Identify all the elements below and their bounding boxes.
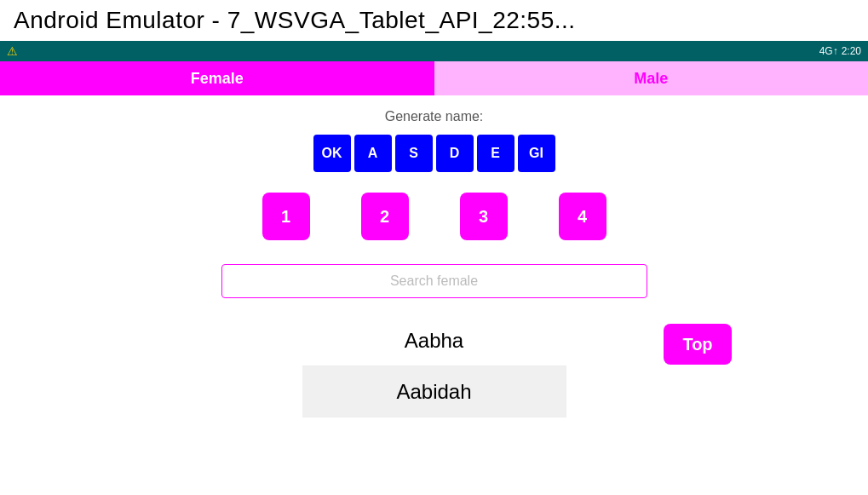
generate-label: Generate name: — [385, 109, 484, 124]
top-button[interactable]: Top — [664, 324, 732, 365]
letter-btn-s[interactable]: S — [395, 135, 433, 172]
list-item[interactable]: Aabidah — [302, 366, 566, 417]
number-btn-4[interactable]: 4 — [559, 193, 606, 240]
letter-buttons: OKASDEGI — [0, 135, 868, 172]
number-btn-3[interactable]: 3 — [460, 193, 508, 240]
window-title: Android Emulator - 7_WSVGA_Tablet_API_22… — [14, 7, 576, 33]
status-right: 4G↑ 2:20 — [819, 45, 861, 57]
search-input[interactable] — [221, 264, 647, 298]
letter-btn-e[interactable]: E — [477, 135, 514, 172]
number-buttons: 1234 — [0, 193, 868, 240]
list-item[interactable]: Aabha — [302, 315, 566, 366]
letter-btn-gi[interactable]: GI — [518, 135, 555, 172]
warning-icon: ⚠ — [7, 44, 18, 58]
name-list: AabhaAabidah — [302, 315, 566, 417]
letter-btn-a[interactable]: A — [354, 135, 392, 172]
main-content: Generate name: OKASDEGI 1234 AabhaAabida… — [0, 95, 868, 417]
list-area: AabhaAabidah Top — [0, 315, 868, 417]
title-bar: Android Emulator - 7_WSVGA_Tablet_API_22… — [0, 0, 868, 41]
letter-btn-ok[interactable]: OK — [313, 135, 351, 172]
number-btn-2[interactable]: 2 — [361, 193, 409, 240]
time-text: 2:20 — [842, 45, 861, 57]
search-row — [0, 264, 868, 298]
number-btn-1[interactable]: 1 — [262, 193, 310, 240]
tab-bar: Female Male — [0, 61, 868, 95]
generate-label-row: Generate name: — [0, 109, 868, 124]
signal-text: 4G↑ — [819, 45, 838, 57]
status-bar: ⚠ 4G↑ 2:20 — [0, 41, 868, 61]
tab-female[interactable]: Female — [0, 61, 434, 95]
tab-male[interactable]: Male — [434, 61, 869, 95]
letter-btn-d[interactable]: D — [436, 135, 474, 172]
